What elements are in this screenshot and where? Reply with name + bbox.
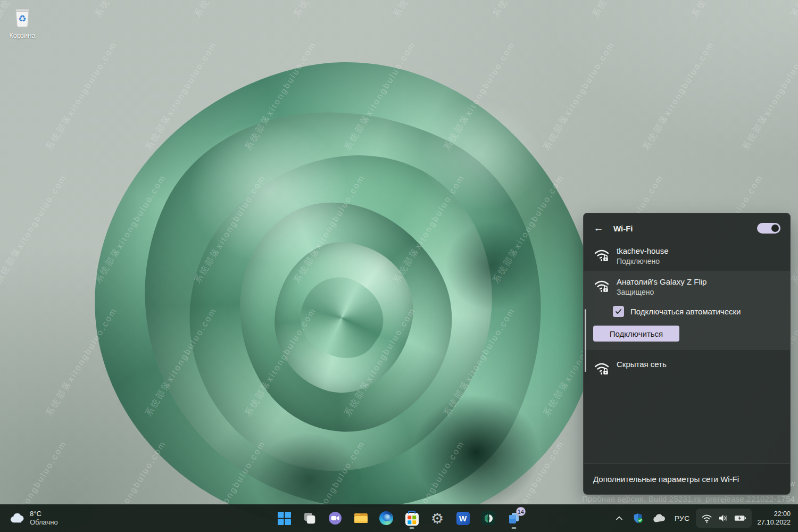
- microsoft-store-app[interactable]: [401, 506, 422, 530]
- notification-badge: 14: [516, 507, 526, 516]
- wifi-flyout-header: ← Wi-Fi: [584, 213, 790, 241]
- site-watermark-text: 系统部落xitongbuluo.com: [641, 39, 717, 153]
- store-icon: [405, 513, 419, 526]
- onedrive-cloud-icon: [652, 514, 665, 523]
- volume-tray-icon: [718, 513, 729, 523]
- site-watermark-text: 系统部落xitongbuluo.com: [0, 172, 70, 286]
- network-item-selected[interactable]: Анатолий's Galaxy Z Flip Защищено Подклю…: [584, 271, 790, 350]
- gear-icon: ⚙: [431, 511, 444, 526]
- edge-icon: [379, 511, 393, 525]
- chat-camera-icon: [328, 511, 342, 525]
- wifi-lock-icon: [593, 360, 610, 377]
- system-tray: РУС 22:00 27.10.2022: [612, 504, 795, 532]
- taskbar-center-icons: ⚙ W 14: [273, 506, 525, 530]
- chat-app[interactable]: [325, 506, 346, 530]
- wifi-toggle[interactable]: [757, 223, 780, 234]
- network-list: tkachev-house Подключено Анатолий's Gala…: [584, 241, 790, 463]
- windows-security-tray[interactable]: [629, 508, 647, 529]
- chevron-up-icon: [615, 515, 624, 521]
- site-watermark-text: 系统部落xitongbuluo.com: [789, 0, 798, 20]
- date: 27.10.2022: [757, 518, 791, 527]
- network-item-connected[interactable]: tkachev-house Подключено: [584, 241, 790, 271]
- clock[interactable]: 22:00 27.10.2022: [754, 510, 795, 527]
- task-view-button[interactable]: [299, 506, 320, 530]
- word-app[interactable]: W: [452, 506, 473, 530]
- tray-overflow-chevron[interactable]: [612, 508, 627, 529]
- time: 22:00: [774, 510, 791, 518]
- network-name: Анатолий's Galaxy Z Flip: [617, 277, 706, 286]
- windows-start-icon: [278, 512, 291, 525]
- site-watermark-text: 系统部落xitongbuluo.com: [391, 0, 468, 20]
- weather-temp: 8°C: [30, 510, 58, 518]
- site-watermark-text: 系统部落xitongbuluo.com: [491, 0, 567, 20]
- file-explorer-app[interactable]: [350, 506, 371, 530]
- network-name: tkachev-house: [617, 246, 669, 255]
- weather-condition: Облачно: [30, 518, 58, 527]
- more-wifi-settings-link[interactable]: Дополнительные параметры сети Wi-Fi: [584, 463, 790, 494]
- security-shield-icon: [632, 512, 644, 524]
- watermark-fragment: w: [790, 479, 795, 487]
- build-watermark: Пробная версия. Build 25231.rs_prereleas…: [582, 494, 795, 503]
- settings-app[interactable]: ⚙: [427, 506, 448, 530]
- list-scrollbar[interactable]: [585, 309, 586, 372]
- wallpaper-bloom: [74, 43, 612, 532]
- site-watermark-text: 系统部落xitongbuluo.com: [590, 0, 667, 20]
- recycle-bin-icon: ♻: [10, 4, 35, 29]
- edge-browser-app[interactable]: [376, 506, 397, 530]
- site-watermark-text: 系统部落xitongbuluo.com: [292, 0, 368, 20]
- back-arrow-icon[interactable]: ←: [592, 222, 605, 235]
- network-status: Защищено: [617, 288, 706, 296]
- half-circle-icon: [481, 511, 495, 525]
- wifi-panel-title: Wi-Fi: [613, 224, 749, 233]
- recycle-bin[interactable]: ♻ Корзина: [5, 4, 39, 39]
- network-name: Скрытая сеть: [617, 360, 667, 369]
- wifi-lock-icon: [593, 246, 610, 263]
- network-status: Подключено: [617, 257, 669, 265]
- wifi-tray-icon: [701, 513, 712, 523]
- checkmark-icon: [615, 309, 622, 315]
- battery-tray-icon: [734, 514, 746, 522]
- auto-connect-label: Подключаться автоматически: [630, 307, 741, 316]
- recycle-bin-label: Корзина: [5, 31, 39, 39]
- running-indicator: [512, 527, 517, 529]
- onedrive-tray[interactable]: [649, 508, 668, 529]
- auto-connect-checkbox[interactable]: [613, 306, 624, 317]
- site-watermark-text: 系统部落xitongbuluo.com: [93, 0, 169, 20]
- wifi-lock-icon: [593, 277, 610, 294]
- weather-widget[interactable]: 8°C Облачно: [5, 504, 62, 532]
- word-icon: W: [456, 512, 470, 525]
- cloud-weather-icon: [10, 512, 26, 524]
- app-with-badge[interactable]: 14: [503, 506, 525, 530]
- task-view-icon: [303, 511, 317, 525]
- wifi-toggle-knob: [771, 225, 779, 232]
- svg-text:♻: ♻: [18, 13, 26, 24]
- connect-button[interactable]: Подключиться: [593, 326, 679, 342]
- site-watermark-text: 系统部落xitongbuluo.com: [689, 0, 766, 20]
- folder-icon: [354, 512, 368, 525]
- language-indicator[interactable]: РУС: [670, 508, 694, 529]
- network-item-hidden[interactable]: Скрытая сеть: [584, 354, 790, 382]
- quick-settings-button[interactable]: [696, 509, 752, 528]
- wifi-flyout: ← Wi-Fi tkachev-house Подключено: [583, 213, 791, 495]
- start-button[interactable]: [273, 506, 295, 530]
- running-indicator: [410, 527, 414, 529]
- taskbar: 8°C Облачно: [0, 504, 798, 532]
- site-watermark-text: 系统部落xitongbuluo.com: [192, 0, 269, 20]
- site-watermark-text: 系统部落xitongbuluo.com: [740, 39, 798, 153]
- contrast-theme-app[interactable]: [478, 506, 499, 530]
